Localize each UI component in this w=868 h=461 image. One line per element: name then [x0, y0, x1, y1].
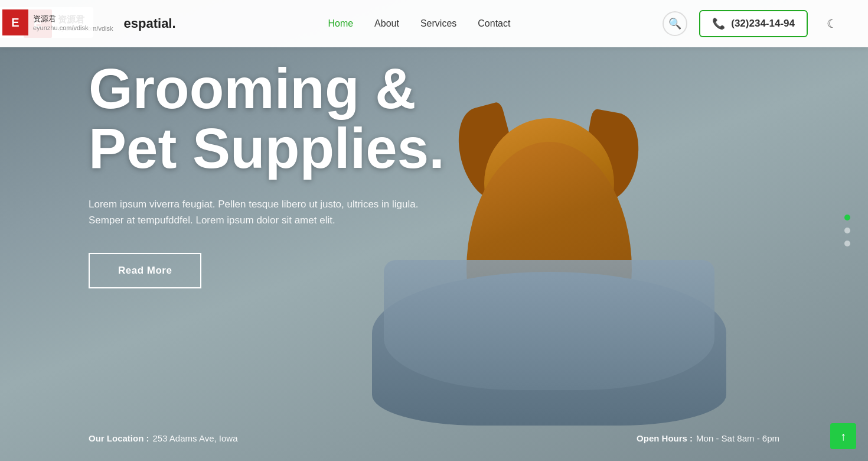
logo-brand-text: espatial.	[124, 16, 176, 31]
hero-content: Grooming & Pet Supplies. Lorem ipsum viv…	[89, 59, 514, 288]
arrow-up-icon: ↑	[840, 430, 846, 443]
phone-button[interactable]: 📞 (32)234-14-94	[699, 10, 808, 37]
nav-item-services[interactable]: Services	[420, 18, 456, 29]
search-icon: 🔍	[668, 17, 681, 30]
phone-number: (32)234-14-94	[731, 18, 795, 30]
hero-section: Grooming & Pet Supplies. Lorem ipsum viv…	[0, 0, 868, 461]
hours-label: Open Hours :	[637, 433, 693, 443]
watermark-url: eyunzhu.com/vdisk	[33, 24, 89, 31]
hours-value: Mon - Sat 8am - 6pm	[696, 433, 779, 443]
slide-dot-2[interactable]	[844, 228, 850, 233]
scroll-to-top-button[interactable]: ↑	[830, 423, 856, 449]
slide-dot-1[interactable]	[844, 215, 850, 220]
navbar: E 资源君 eyunzhu.com/vdisk espatial. Home A…	[0, 0, 868, 47]
nav-item-about[interactable]: About	[374, 18, 399, 29]
hours-info: Open Hours : Mon - Sat 8am - 6pm	[637, 433, 779, 443]
read-more-button[interactable]: Read More	[89, 253, 201, 288]
nav-item-contact[interactable]: Contact	[478, 18, 510, 29]
moon-icon: ☾	[827, 17, 837, 31]
slide-dot-3[interactable]	[844, 241, 850, 246]
nav-link-services[interactable]: Services	[420, 18, 456, 28]
location-info: Our Location : 253 Adams Ave, Iowa	[89, 433, 238, 443]
nav-link-home[interactable]: Home	[328, 18, 353, 28]
location-label: Our Location :	[89, 433, 149, 443]
nav-link-contact[interactable]: Contact	[478, 18, 510, 28]
phone-icon: 📞	[712, 17, 725, 30]
hero-subtitle: Lorem ipsum viverra feugiat. Pellen tesq…	[89, 196, 431, 228]
nav-item-home[interactable]: Home	[328, 18, 353, 29]
nav-link-about[interactable]: About	[374, 18, 399, 28]
hero-bottom-info: Our Location : 253 Adams Ave, Iowa Open …	[0, 433, 868, 443]
nav-links: Home About Services Contact	[328, 18, 510, 29]
search-button[interactable]: 🔍	[663, 11, 687, 36]
nav-right: 🔍 📞 (32)234-14-94 ☾	[663, 10, 844, 37]
watermark: E 资源君 eyunzhu.com/vdisk	[0, 7, 93, 38]
slide-dots	[844, 215, 850, 246]
watermark-logo-box: E	[2, 9, 28, 35]
hero-title: Grooming & Pet Supplies.	[89, 59, 514, 178]
dark-mode-button[interactable]: ☾	[820, 11, 844, 36]
watermark-cn-name: 资源君	[33, 14, 89, 24]
location-value: 253 Adams Ave, Iowa	[153, 433, 238, 443]
